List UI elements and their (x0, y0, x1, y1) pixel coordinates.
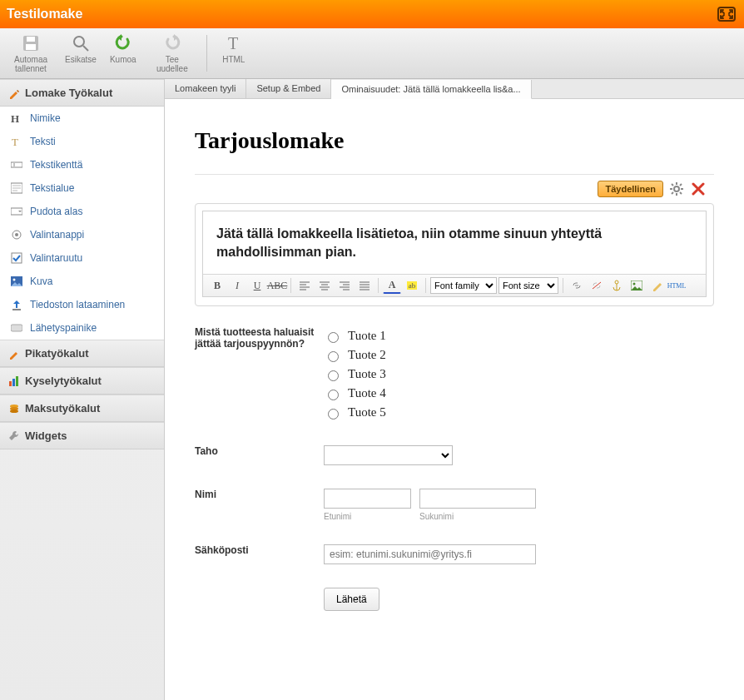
tool-submit[interactable]: Lähetyspainike (0, 316, 164, 340)
tool-upload[interactable]: Tiedoston lataaminen (0, 293, 164, 316)
svg-line-36 (672, 192, 673, 194)
html-source-button[interactable]: HTML (667, 277, 686, 294)
undo-button[interactable]: Kumoa (105, 32, 141, 75)
last-name-input[interactable] (419, 489, 536, 509)
svg-rect-23 (9, 381, 12, 386)
autosave-button[interactable]: Automaa tallennet (5, 32, 57, 75)
svg-line-34 (672, 184, 673, 186)
dropdown-icon (10, 205, 23, 218)
button-icon (10, 321, 23, 335)
textbox-icon (10, 158, 23, 171)
email-label: Sähköposti (195, 544, 324, 564)
clear-format-button[interactable] (647, 277, 666, 294)
email-input[interactable] (324, 544, 536, 564)
gear-icon[interactable] (668, 181, 685, 197)
tool-checkbox[interactable]: Valintaruutu (0, 246, 164, 270)
strike-button[interactable]: ABC (268, 277, 286, 294)
svg-point-4 (74, 37, 84, 47)
align-right-button[interactable] (335, 277, 354, 294)
product-option-2[interactable]: Tuote 2 (324, 345, 714, 365)
svg-rect-22 (11, 325, 22, 331)
heading-icon: H (10, 112, 23, 125)
link-button[interactable] (568, 277, 586, 294)
selected-element: Täydellinen Jätä tällä lomakkeella lisät… (195, 203, 714, 306)
textarea-icon (10, 181, 23, 195)
svg-text:T: T (12, 136, 18, 147)
text-color-button[interactable]: A (383, 277, 401, 294)
text-icon: T (224, 33, 244, 53)
party-label: Taho (195, 445, 324, 465)
fullscreen-icon[interactable] (716, 5, 737, 23)
svg-rect-24 (12, 379, 15, 386)
preview-button[interactable]: Esikatse (62, 32, 100, 75)
section-widgets[interactable]: Widgets (0, 422, 164, 449)
main-toolbar: Automaa tallennet Esikatse Kumoa Tee uud… (0, 28, 744, 79)
svg-point-20 (13, 279, 16, 281)
svg-point-17 (15, 233, 18, 236)
svg-point-28 (10, 410, 18, 413)
tab-style[interactable]: Lomakeen tyyli (165, 79, 246, 98)
section-survey-tools[interactable]: Kyselytyökalut (0, 367, 164, 395)
svg-rect-3 (26, 44, 36, 50)
form-title: Tarjouslomake (195, 127, 714, 154)
underline-button[interactable]: U (248, 277, 266, 294)
first-name-input[interactable] (324, 489, 411, 509)
tab-properties[interactable]: Ominaisuudet: Jätä tällä lomakkeella lis… (331, 80, 531, 99)
redo-button[interactable]: Tee uudellee (146, 32, 198, 75)
autosave-label: Automaa tallennet (8, 55, 53, 73)
product-option-5[interactable]: Tuote 5 (324, 403, 714, 422)
align-center-button[interactable] (315, 277, 334, 294)
redo-label: Tee uudellee (150, 55, 195, 73)
tool-image[interactable]: Kuva (0, 270, 164, 293)
delete-icon[interactable] (690, 181, 707, 197)
upload-icon (10, 298, 23, 311)
product-option-1[interactable]: Tuote 1 (324, 326, 714, 345)
undo-icon (113, 33, 133, 53)
editor-toolbar: B I U ABC A ab Font family (203, 274, 706, 296)
product-option-3[interactable]: Tuote 3 (324, 365, 714, 384)
svg-line-37 (680, 184, 682, 186)
preview-label: Esikatse (65, 55, 97, 64)
align-left-button[interactable] (295, 277, 314, 294)
product-question-label: Mistä tuotteesta haluaisit jättää tarjou… (195, 326, 324, 422)
redo-icon (162, 33, 182, 53)
tool-dropdown[interactable]: Pudota alas (0, 200, 164, 223)
tabs: Lomakeen tyyli Setup & Embed Ominaisuude… (165, 79, 744, 99)
tool-textarea[interactable]: Tekstialue (0, 176, 164, 200)
html-button[interactable]: T HTML (216, 32, 252, 75)
italic-button[interactable]: I (228, 277, 246, 294)
html-label: HTML (222, 55, 245, 64)
section-quick-tools[interactable]: Pikatyökalut (0, 340, 164, 367)
radio-icon (10, 228, 23, 241)
undo-label: Kumoa (110, 55, 136, 64)
svg-rect-25 (16, 376, 18, 386)
tool-heading[interactable]: HNimike (0, 107, 164, 130)
tool-textbox[interactable]: Tekstikenttä (0, 153, 164, 176)
svg-point-57 (615, 280, 618, 284)
section-pay-tools[interactable]: Maksutyökalut (0, 395, 164, 422)
party-select[interactable] (324, 445, 453, 465)
tool-radio[interactable]: Valintanappi (0, 223, 164, 246)
svg-text:T: T (228, 34, 238, 52)
bars-icon (8, 375, 20, 387)
unlink-button[interactable] (588, 277, 606, 294)
tool-text[interactable]: TTeksti (0, 130, 164, 153)
product-option-4[interactable]: Tuote 4 (324, 384, 714, 403)
image-icon (10, 275, 23, 288)
anchor-button[interactable] (608, 277, 626, 294)
font-size-select[interactable]: Font size (498, 277, 558, 294)
align-justify-button[interactable] (355, 277, 374, 294)
pencil-icon (8, 348, 20, 360)
font-family-select[interactable]: Font family (430, 277, 497, 294)
editor-content[interactable]: Jätä tällä lomakkeella lisätietoa, niin … (203, 211, 706, 274)
coins-icon (8, 403, 20, 415)
insert-image-button[interactable] (627, 277, 646, 294)
submit-button[interactable]: Lähetä (324, 588, 379, 611)
complete-button[interactable]: Täydellinen (598, 181, 663, 197)
bold-button[interactable]: B (208, 277, 226, 294)
bg-color-button[interactable]: ab (403, 277, 421, 294)
tab-embed[interactable]: Setup & Embed (246, 79, 331, 98)
section-form-tools[interactable]: Lomake Työkalut (0, 79, 164, 107)
name-label: Nimi (195, 489, 324, 521)
checkbox-icon (10, 251, 23, 265)
